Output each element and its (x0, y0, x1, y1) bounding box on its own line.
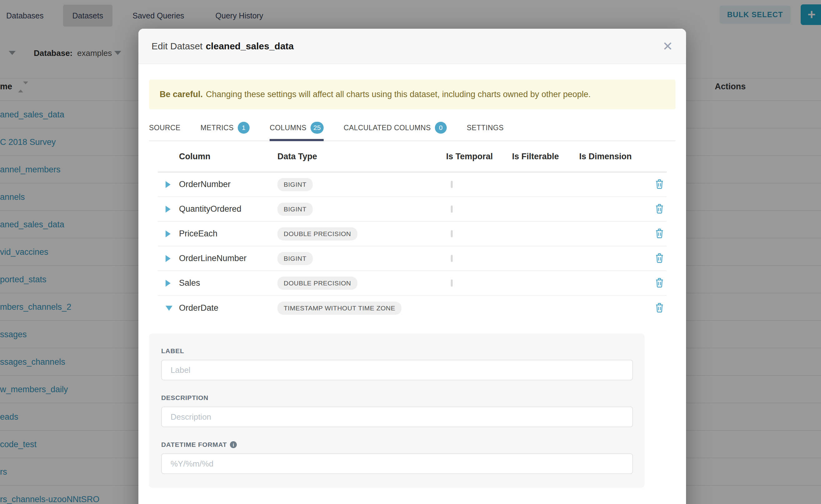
trash-icon (655, 253, 664, 263)
header-column: Column (179, 152, 277, 161)
column-name: PriceEach (179, 229, 277, 239)
column-row-orderdate: OrderDate TIMESTAMP WITHOUT TIME ZONE (158, 296, 667, 320)
delete-column-button[interactable] (652, 253, 667, 264)
data-type-pill: DOUBLE PRECISION (277, 277, 357, 290)
trash-icon (655, 228, 664, 239)
column-row-orderlinenumber: OrderLineNumber BIGINT (158, 246, 667, 271)
is-temporal-checkbox[interactable] (451, 279, 453, 287)
expand-caret-icon[interactable] (166, 230, 171, 237)
modal-tabs: SOURCE METRICS 1 COLUMNS 25 CALCULATED C… (149, 115, 675, 141)
tab-calculated-columns[interactable]: CALCULATED COLUMNS 0 (344, 115, 447, 141)
description-input[interactable] (161, 407, 633, 427)
edit-dataset-modal: Edit Datasetcleaned_sales_data ✕ Be care… (138, 29, 686, 504)
tab-columns[interactable]: COLUMNS 25 (269, 115, 324, 141)
data-type-pill: BIGINT (277, 203, 313, 216)
column-name: Sales (179, 278, 277, 288)
column-editor-panel: LABEL DESCRIPTION DATETIME FORMAT i (149, 334, 645, 488)
expand-caret-icon[interactable] (166, 181, 171, 188)
delete-column-button[interactable] (652, 228, 667, 240)
collapse-caret-icon[interactable] (166, 306, 172, 311)
delete-column-button[interactable] (652, 203, 667, 215)
columns-table: Column Data Type Is Temporal Is Filterab… (158, 141, 667, 320)
calculated-columns-count-badge: 0 (435, 122, 447, 134)
header-is-temporal: Is Temporal (446, 152, 512, 161)
column-row-priceeach: PriceEach DOUBLE PRECISION (158, 222, 667, 246)
label-input[interactable] (161, 360, 633, 380)
column-row-sales: Sales DOUBLE PRECISION (158, 271, 667, 296)
description-field-group: DESCRIPTION (161, 394, 633, 427)
data-type-pill: BIGINT (277, 178, 313, 191)
modal-header: Edit Datasetcleaned_sales_data ✕ (138, 29, 686, 64)
expand-caret-icon[interactable] (166, 206, 171, 213)
dataset-name: cleaned_sales_data (205, 41, 294, 51)
header-is-dimension: Is Dimension (579, 152, 650, 161)
data-type-pill: BIGINT (277, 252, 313, 265)
modal-body: Be careful. Changing these settings will… (138, 80, 686, 488)
trash-icon (655, 203, 664, 214)
column-name: OrderNumber (179, 180, 277, 189)
datetime-format-input[interactable] (161, 453, 633, 474)
data-type-pill: TIMESTAMP WITHOUT TIME ZONE (277, 302, 401, 315)
header-is-filterable: Is Filterable (512, 152, 579, 161)
delete-column-button[interactable] (652, 302, 667, 314)
column-name: OrderLineNumber (179, 254, 277, 263)
label-field-group: LABEL (161, 347, 633, 380)
is-temporal-checkbox[interactable] (451, 181, 453, 188)
metrics-count-badge: 1 (238, 122, 250, 134)
column-row-quantityordered: QuantityOrdered BIGINT (158, 197, 667, 222)
warning-bold: Be careful. (160, 90, 203, 99)
expand-caret-icon[interactable] (166, 280, 171, 287)
label-field-label: LABEL (161, 347, 633, 355)
description-field-label: DESCRIPTION (161, 394, 633, 402)
warning-banner: Be careful. Changing these settings will… (149, 80, 675, 109)
data-type-pill: DOUBLE PRECISION (277, 227, 357, 240)
delete-column-button[interactable] (652, 277, 667, 289)
trash-icon (655, 179, 664, 189)
columns-table-header: Column Data Type Is Temporal Is Filterab… (158, 141, 667, 172)
close-icon: ✕ (662, 39, 673, 53)
trash-icon (655, 302, 664, 313)
close-button[interactable]: ✕ (662, 40, 673, 52)
warning-text: Changing these settings will affect all … (206, 90, 591, 99)
column-name: QuantityOrdered (179, 204, 277, 214)
header-data-type: Data Type (277, 152, 446, 161)
is-temporal-checkbox[interactable] (451, 230, 453, 237)
column-name: OrderDate (179, 303, 277, 313)
tab-metrics[interactable]: METRICS 1 (200, 115, 250, 141)
info-icon[interactable]: i (230, 441, 237, 448)
delete-column-button[interactable] (652, 179, 667, 190)
tab-settings[interactable]: SETTINGS (467, 115, 504, 141)
trash-icon (655, 277, 664, 288)
is-temporal-checkbox[interactable] (451, 255, 453, 262)
tab-source[interactable]: SOURCE (149, 115, 180, 141)
datetime-format-field-label: DATETIME FORMAT i (161, 441, 633, 448)
column-row-ordernumber: OrderNumber BIGINT (158, 172, 667, 197)
modal-title: Edit Datasetcleaned_sales_data (151, 41, 294, 52)
is-temporal-checkbox[interactable] (451, 205, 453, 213)
columns-count-badge: 25 (310, 122, 324, 134)
datetime-format-field-group: DATETIME FORMAT i (161, 441, 633, 474)
expand-caret-icon[interactable] (166, 255, 171, 262)
